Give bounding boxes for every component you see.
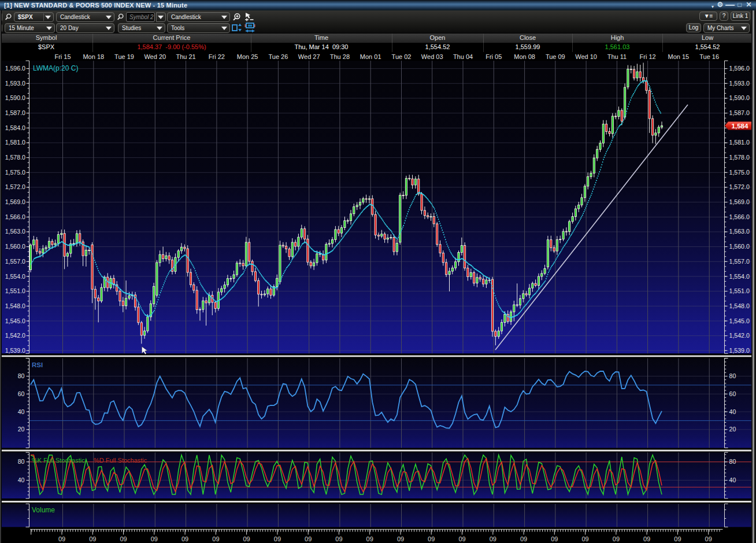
svg-text:1,542.0: 1,542.0	[5, 332, 25, 339]
svg-text:1,581.0: 1,581.0	[5, 139, 25, 146]
svg-text:1,539.0: 1,539.0	[5, 347, 25, 354]
svg-text:1,578.0: 1,578.0	[5, 154, 25, 161]
svg-text:1,593.0: 1,593.0	[5, 80, 25, 87]
svg-text:Wed 10: Wed 10	[575, 53, 597, 60]
svg-text:1,575.0: 1,575.0	[5, 169, 25, 176]
svg-text:1,572.0: 1,572.0	[5, 183, 25, 190]
svg-text:Thu 21: Thu 21	[176, 53, 195, 60]
svg-text:09: 09	[458, 535, 465, 542]
svg-text:1,584: 1,584	[732, 123, 748, 130]
svg-text:1,578.0: 1,578.0	[729, 154, 750, 161]
svg-text:1,587.0: 1,587.0	[5, 109, 25, 116]
svg-text:1,557.0: 1,557.0	[5, 258, 25, 265]
svg-text:%D Full Stochastic: %D Full Stochastic	[94, 457, 147, 464]
svg-text:1,596.0: 1,596.0	[729, 65, 750, 72]
svg-text:Fri 05: Fri 05	[486, 53, 502, 60]
svg-text:1,569.0: 1,569.0	[5, 198, 25, 205]
svg-text:1,560.0: 1,560.0	[5, 243, 25, 250]
svg-text:1,572.0: 1,572.0	[729, 183, 750, 190]
svg-text:09: 09	[366, 535, 373, 542]
svg-text:09: 09	[490, 535, 496, 542]
svg-text:1,551.0: 1,551.0	[729, 287, 750, 294]
svg-text:1,545.0: 1,545.0	[729, 317, 750, 324]
svg-text:1,557.0: 1,557.0	[729, 258, 750, 265]
svg-text:09: 09	[212, 535, 219, 542]
svg-text:60: 60	[729, 390, 736, 397]
svg-text:09: 09	[674, 535, 681, 542]
svg-text:1,566.0: 1,566.0	[729, 213, 750, 220]
svg-text:Wed 03: Wed 03	[421, 53, 443, 60]
svg-text:09: 09	[151, 535, 158, 542]
svg-text:09: 09	[89, 535, 96, 542]
svg-text:Mon 18: Mon 18	[83, 53, 104, 60]
svg-text:09: 09	[181, 535, 188, 542]
svg-text:20: 20	[18, 426, 25, 433]
svg-text:1,545.0: 1,545.0	[5, 317, 25, 324]
svg-text:1,539.0: 1,539.0	[729, 347, 750, 354]
svg-text:1,542.0: 1,542.0	[729, 332, 750, 339]
svg-text:40: 40	[729, 408, 736, 415]
svg-text:Fri 22: Fri 22	[209, 53, 225, 60]
svg-text:09: 09	[305, 535, 312, 542]
svg-text:40: 40	[18, 408, 25, 415]
svg-text:09: 09	[397, 535, 404, 542]
svg-text:1,584.0: 1,584.0	[5, 124, 25, 131]
svg-text:1,593.0: 1,593.0	[729, 80, 750, 87]
svg-text:09: 09	[613, 535, 620, 542]
svg-text:1,560.0: 1,560.0	[729, 243, 750, 250]
svg-text:Wed 27: Wed 27	[298, 53, 320, 60]
svg-text:Mon 25: Mon 25	[237, 53, 258, 60]
svg-text:1,590.0: 1,590.0	[5, 94, 25, 101]
svg-text:Tue 16: Tue 16	[699, 53, 719, 60]
svg-text:09: 09	[520, 535, 527, 542]
svg-text:60: 60	[18, 390, 25, 397]
svg-text:09: 09	[581, 535, 588, 542]
svg-text:80: 80	[18, 372, 25, 379]
svg-text:80: 80	[18, 458, 25, 465]
svg-text:1,554.0: 1,554.0	[5, 273, 25, 280]
svg-text:LWMA(p:20 C): LWMA(p:20 C)	[33, 64, 78, 72]
svg-text:1,575.0: 1,575.0	[729, 169, 750, 176]
svg-text:80: 80	[729, 458, 736, 465]
svg-text:RSI: RSI	[32, 361, 43, 368]
svg-text:1,590.0: 1,590.0	[729, 94, 750, 101]
svg-text:Mon 01: Mon 01	[360, 53, 381, 60]
svg-text:1,563.0: 1,563.0	[5, 228, 25, 235]
svg-text:09: 09	[643, 535, 650, 542]
svg-text:1,581.0: 1,581.0	[729, 139, 750, 146]
svg-text:1,548.0: 1,548.0	[729, 302, 750, 309]
svg-text:1,554.0: 1,554.0	[729, 273, 750, 280]
svg-text:Mon 15: Mon 15	[668, 53, 690, 60]
svg-text:1,596.0: 1,596.0	[5, 65, 25, 72]
svg-text:Fri 15: Fri 15	[54, 53, 71, 60]
svg-text:1,563.0: 1,563.0	[729, 228, 750, 235]
svg-text:09: 09	[428, 535, 435, 542]
svg-text:Thu 28: Thu 28	[330, 53, 350, 60]
svg-text:09: 09	[58, 535, 65, 542]
svg-text:40: 40	[729, 476, 736, 483]
svg-text:09: 09	[551, 535, 558, 542]
svg-text:Thu 11: Thu 11	[607, 53, 627, 60]
svg-text:1,569.0: 1,569.0	[729, 198, 750, 205]
svg-text:Tue 19: Tue 19	[114, 53, 134, 60]
svg-text:Tue 02: Tue 02	[392, 53, 412, 60]
svg-text:1,566.0: 1,566.0	[5, 213, 25, 220]
svg-text:09: 09	[274, 535, 281, 542]
svg-text:40: 40	[18, 476, 25, 483]
svg-text:1,551.0: 1,551.0	[5, 287, 25, 294]
svg-text:Tue 09: Tue 09	[546, 53, 565, 60]
svg-text:Mon 08: Mon 08	[514, 53, 535, 60]
svg-text:09: 09	[120, 535, 127, 542]
svg-text:1,548.0: 1,548.0	[5, 302, 25, 309]
svg-text:80: 80	[729, 372, 736, 379]
svg-text:20: 20	[729, 426, 736, 433]
svg-text:%K Full Stochastic: %K Full Stochastic	[32, 457, 85, 464]
svg-text:Tue 26: Tue 26	[268, 53, 288, 60]
svg-text:1,587.0: 1,587.0	[729, 109, 750, 116]
svg-text:Volume: Volume	[32, 506, 55, 514]
svg-text:Fri 12: Fri 12	[640, 53, 656, 60]
svg-text:09: 09	[335, 535, 342, 542]
svg-text:Thu 04: Thu 04	[453, 53, 473, 60]
svg-text:Wed 20: Wed 20	[144, 53, 166, 60]
svg-text:09: 09	[705, 535, 712, 542]
